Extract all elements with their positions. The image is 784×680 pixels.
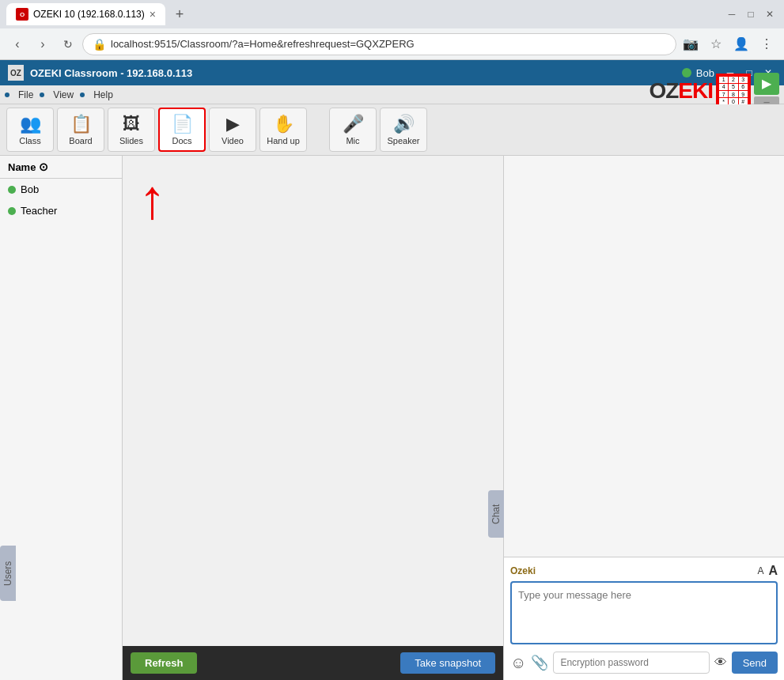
right-panel: Chat Ozeki A A ☺ 📎 👁: [503, 156, 784, 680]
tab-title: OZEKI 10 (192.168.0.113): [33, 9, 145, 20]
slides-button[interactable]: 🖼 Slides: [108, 108, 155, 152]
chat-actions-bar: ☺ 📎 👁 Send: [510, 652, 778, 674]
users-tab[interactable]: Users: [0, 546, 16, 601]
main-content-area: Name ⊙ Bob Teacher Users: [0, 156, 784, 680]
chat-sender-label: Ozeki: [510, 565, 536, 576]
profile-icon[interactable]: 👤: [730, 33, 752, 55]
sidebar-name-label: Name: [8, 161, 36, 173]
send-button[interactable]: Send: [732, 652, 778, 674]
browser-window-controls: ─ □ ✕: [724, 6, 778, 22]
browser-nav-bar: ‹ › ↻ 🔒 localhost:9515/Classroom/?a=Home…: [0, 28, 784, 60]
browser-nav-right: 📷 ☆ 👤 ⋮: [680, 33, 778, 55]
teacher-name: Teacher: [21, 205, 57, 217]
video-icon: ▶: [226, 114, 240, 134]
nav-refresh-button[interactable]: ↻: [57, 33, 79, 55]
browser-tab-bar: O OZEKI 10 (192.168.0.113) × + ─ □ ✕: [0, 0, 784, 28]
arrow-annotation: ↑: [138, 172, 166, 227]
video-button[interactable]: ▶ Video: [209, 108, 256, 152]
play-button[interactable]: ▶: [754, 73, 779, 95]
chat-messages-area: [504, 156, 784, 557]
sidebar-item-teacher: Teacher: [0, 200, 122, 221]
toolbar: 👥 Class 📋 Board 🖼 Slides 📄 Docs ▶ Video …: [0, 104, 784, 156]
mic-icon: 🎤: [343, 114, 364, 134]
help-menu[interactable]: Help: [87, 89, 119, 100]
sidebar-header: Name ⊙: [0, 156, 122, 179]
bottom-action-bar: Refresh Take snapshot: [123, 646, 503, 680]
class-label: Class: [19, 136, 41, 145]
browser-tab[interactable]: O OZEKI 10 (192.168.0.113) ×: [6, 3, 165, 25]
bob-name: Bob: [21, 183, 39, 195]
chat-message-input[interactable]: [510, 581, 778, 644]
nav-back-button[interactable]: ‹: [6, 33, 28, 55]
menu-bar: File View Help OZEKI 1 2 3 4 5 6 7 8: [0, 85, 784, 104]
slides-label: Slides: [119, 136, 143, 145]
tab-close-button[interactable]: ×: [150, 8, 156, 21]
board-button[interactable]: 📋 Board: [57, 108, 104, 152]
chat-tab-label: Chat: [490, 504, 502, 523]
speaker-icon: 🔊: [393, 114, 415, 134]
slides-icon: 🖼: [123, 114, 140, 134]
chat-input-area: Ozeki A A ☺ 📎 👁 Send: [504, 557, 784, 680]
view-menu[interactable]: View: [47, 89, 80, 100]
board-label: Board: [69, 136, 92, 145]
canvas-area: ↑: [123, 156, 503, 646]
nav-forward-button[interactable]: ›: [32, 33, 54, 55]
refresh-button[interactable]: Refresh: [131, 652, 197, 674]
file-menu[interactable]: File: [12, 89, 40, 100]
help-menu-dot: [80, 93, 85, 97]
file-menu-dot: [5, 93, 9, 97]
sidebar: Name ⊙ Bob Teacher Users: [0, 156, 123, 680]
docs-button[interactable]: 📄 Docs: [158, 108, 206, 152]
chat-input-header: Ozeki A A: [510, 564, 778, 578]
class-icon: 👥: [20, 114, 41, 134]
board-icon: 📋: [70, 114, 92, 134]
address-text: localhost:9515/Classroom/?a=Home&refresh…: [111, 38, 415, 50]
speaker-button[interactable]: 🔊 Speaker: [380, 108, 427, 152]
users-tab-label: Users: [2, 561, 13, 585]
video-label: Video: [222, 136, 244, 145]
eye-icon[interactable]: 👁: [714, 655, 727, 670]
attachment-button[interactable]: 📎: [531, 654, 548, 671]
class-button[interactable]: 👥 Class: [6, 108, 54, 152]
app-title: OZEKI Classroom - 192.168.0.113: [30, 67, 682, 79]
handup-icon: ✋: [273, 114, 294, 134]
browser-close-button[interactable]: ✕: [762, 6, 778, 22]
font-small-button[interactable]: A: [757, 565, 763, 576]
browser-minimize-button[interactable]: ─: [724, 6, 740, 22]
bob-status-dot: [8, 186, 16, 194]
app-icon: OZ: [8, 65, 24, 81]
docs-label: Docs: [172, 136, 191, 145]
teacher-status-dot: [8, 207, 16, 215]
docs-icon: 📄: [172, 114, 193, 134]
encryption-password-input[interactable]: [553, 652, 709, 674]
emoji-button[interactable]: ☺: [510, 654, 526, 672]
handup-label: Hand up: [267, 136, 300, 145]
bookmark-icon[interactable]: ☆: [705, 33, 727, 55]
snapshot-button[interactable]: Take snapshot: [400, 652, 495, 674]
chat-font-controls: A A: [757, 564, 778, 578]
sidebar-sort-icon[interactable]: ⊙: [39, 161, 48, 173]
mic-button[interactable]: 🎤 Mic: [329, 108, 377, 152]
app-window: OZ OZEKI Classroom - 192.168.0.113 Bob ─…: [0, 60, 784, 680]
mic-label: Mic: [346, 136, 359, 145]
cast-icon[interactable]: 📷: [680, 33, 702, 55]
font-large-button[interactable]: A: [768, 564, 778, 578]
speaker-label: Speaker: [388, 136, 420, 145]
new-tab-button[interactable]: +: [169, 3, 191, 25]
browser-menu-icon[interactable]: ⋮: [756, 33, 778, 55]
chat-tab[interactable]: Chat: [488, 490, 504, 538]
view-menu-dot: [40, 93, 44, 97]
tab-favicon: O: [16, 8, 28, 21]
center-column: ↑ Refresh Take snapshot: [123, 156, 503, 680]
sidebar-item-bob: Bob: [0, 179, 122, 200]
handup-button[interactable]: ✋ Hand up: [259, 108, 307, 152]
address-bar[interactable]: 🔒 localhost:9515/Classroom/?a=Home&refre…: [82, 33, 676, 55]
browser-maximize-button[interactable]: □: [743, 6, 759, 22]
